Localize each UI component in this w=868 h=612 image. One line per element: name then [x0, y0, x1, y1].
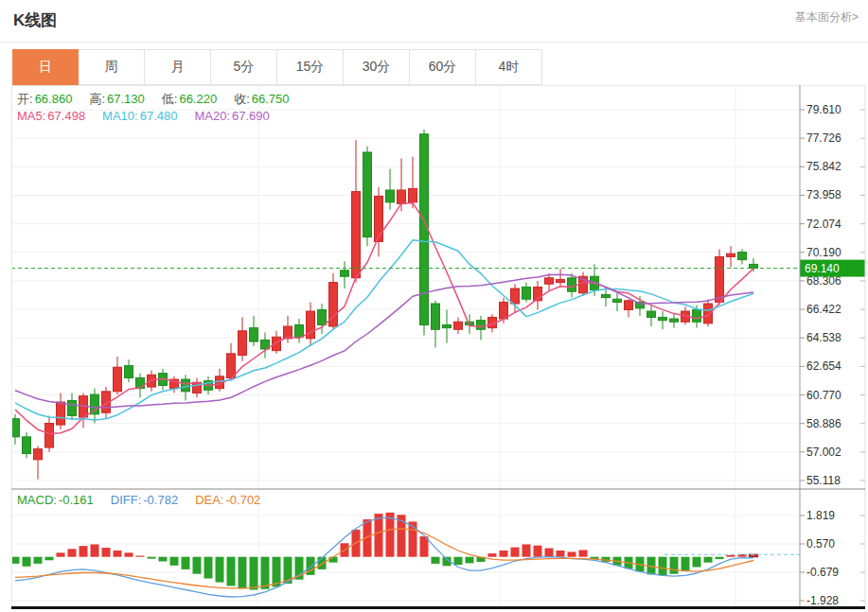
macd-bar [716, 557, 724, 559]
price-axis-label: 55.118 [806, 474, 841, 487]
macd-bar [488, 553, 497, 557]
candle [613, 299, 622, 302]
tab-30min[interactable]: 30分 [344, 49, 410, 85]
candle [57, 402, 65, 425]
candle [182, 379, 190, 392]
candle [363, 152, 372, 237]
candle [602, 294, 611, 297]
candle [750, 264, 758, 268]
price-axis-label: 60.770 [806, 389, 841, 402]
macd-bar [432, 557, 440, 564]
chart-border-bottom [11, 606, 865, 609]
ohlc-close: 收:66.750 [234, 91, 289, 108]
candle [295, 324, 304, 337]
macd-bar [670, 557, 679, 574]
macd-bar [57, 552, 65, 556]
ohlc-high: 高:67.130 [89, 91, 144, 108]
macd-bar [114, 551, 122, 557]
macd-bar [545, 549, 554, 557]
price-axis-label: 66.422 [806, 303, 841, 316]
diff-value: DIFF:-0.782 [111, 493, 178, 507]
tab-60min[interactable]: 60分 [410, 49, 476, 85]
tab-day[interactable]: 日 [12, 49, 79, 85]
candle [704, 304, 713, 323]
candle [227, 354, 236, 378]
tab-5min[interactable]: 5分 [211, 49, 277, 85]
candle [386, 190, 395, 202]
candle [11, 419, 20, 437]
candle [716, 256, 724, 302]
candle [136, 377, 145, 388]
macd-bar [261, 557, 270, 589]
macd-bar [500, 551, 508, 557]
macd-bar [523, 544, 531, 556]
price-axis-label: 73.958 [806, 188, 841, 201]
page-title: K线图 [13, 9, 57, 31]
tab-15min[interactable]: 15分 [277, 49, 344, 85]
macd-bar [727, 555, 735, 557]
current-price-label: 69.140 [805, 262, 840, 275]
ma-info-row: MA5:67.498 MA10:67.480 MA20:67.690 [17, 109, 270, 123]
period-tabs: 日周月5分15分30分60分4时 [12, 49, 542, 85]
candle [545, 278, 554, 284]
candle [239, 331, 247, 356]
dea-value: DEA:-0.702 [195, 493, 260, 507]
candle [352, 192, 361, 278]
tab-month[interactable]: 月 [145, 49, 211, 85]
price-axis-label: 79.610 [806, 103, 841, 116]
macd-value: MACD:-0.161 [17, 493, 94, 507]
tab-week[interactable]: 周 [79, 49, 145, 85]
macd-bar [148, 557, 156, 559]
candle [511, 289, 520, 304]
macd-bar [454, 557, 463, 565]
macd-bar [45, 557, 54, 561]
macd-info-row: MACD:-0.161 DIFF:-0.782 DEA:-0.702 [17, 493, 260, 507]
macd-bar [534, 546, 542, 557]
price-axis-label: 64.538 [806, 331, 841, 344]
candle [125, 366, 133, 378]
candle [693, 309, 701, 322]
macd-axis-label: -0.679 [806, 566, 839, 579]
price-axis-label: 70.190 [806, 246, 841, 259]
macd-bar [182, 557, 190, 569]
macd-axis-label: 1.819 [806, 509, 835, 522]
macd-bar [125, 552, 133, 556]
macd-bar [250, 557, 258, 590]
macd-bar [11, 557, 20, 564]
macd-bar [227, 557, 236, 586]
macd-bar [68, 549, 77, 556]
macd-bar [568, 551, 576, 556]
fundamental-analysis-link[interactable]: 基本面分析> [795, 9, 859, 26]
macd-bar [511, 548, 520, 557]
macd-bar [239, 557, 247, 589]
macd-bar [557, 551, 565, 557]
candle [647, 311, 656, 317]
macd-bar [136, 555, 145, 556]
candle [477, 321, 486, 330]
price-axis-label: 77.726 [806, 131, 841, 145]
macd-bar [170, 557, 179, 566]
candle [341, 271, 349, 276]
candle [500, 302, 508, 319]
macd-bar [693, 557, 701, 568]
candle [670, 319, 679, 322]
macd-bar [216, 557, 224, 583]
candle [738, 253, 747, 260]
candle [91, 394, 99, 414]
macd-bar [659, 557, 667, 576]
ohlc-info-row: 开:66.860 高:67.130 低:66.220 收:66.750 [17, 91, 290, 108]
title-divider [0, 42, 868, 43]
macd-bar [682, 557, 690, 571]
tab-4hour[interactable]: 4时 [476, 49, 542, 85]
macd-bar [704, 557, 713, 563]
macd-bar [102, 548, 111, 557]
macd-bar [193, 557, 202, 574]
candle [318, 309, 327, 324]
ma20-value: MA20:67.690 [194, 109, 269, 123]
candle [34, 449, 43, 460]
candle [659, 317, 667, 320]
candle [523, 287, 531, 299]
candlestick-and-macd-chart[interactable]: 79.61077.72675.84273.95872.07470.19068.3… [11, 85, 866, 612]
candle [454, 322, 463, 329]
macd-bar [386, 513, 395, 557]
